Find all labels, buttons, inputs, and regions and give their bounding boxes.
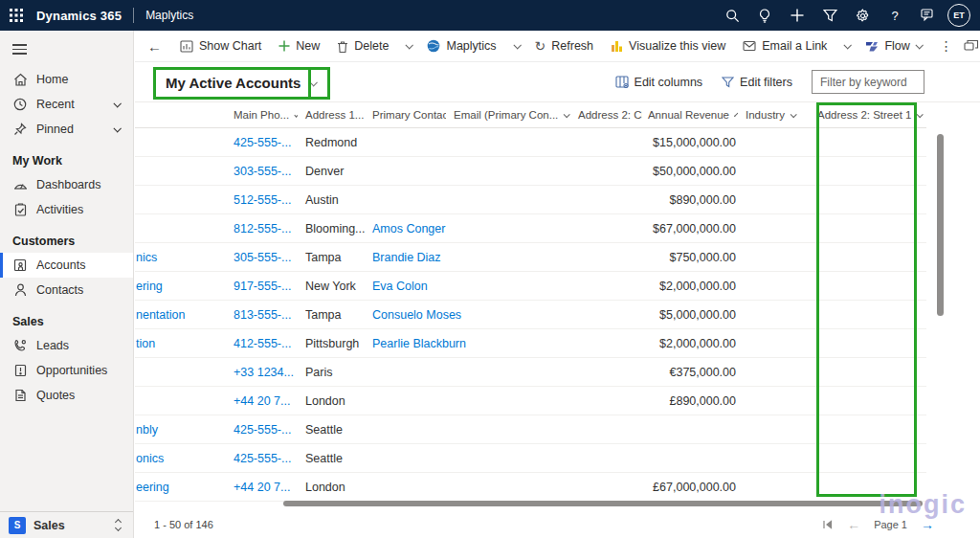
edit-filters-button[interactable]: Edit filters <box>722 76 792 89</box>
table-row[interactable]: 512-555-...Austin$890,000.00 <box>135 186 926 214</box>
horizontal-scrollbar[interactable] <box>283 501 923 506</box>
sidebar-item-contacts[interactable]: Contacts <box>0 278 133 303</box>
back-arrow-icon[interactable]: ← <box>135 38 171 55</box>
column-header-address1-city[interactable]: Address 1... <box>298 102 365 127</box>
column-sort-chevron-icon[interactable] <box>917 111 924 118</box>
table-row[interactable]: nbly425-555-...Seattle <box>135 415 926 444</box>
cell-name[interactable]: onics <box>135 452 226 465</box>
previous-page-icon[interactable]: ← <box>847 517 860 532</box>
column-header-contact[interactable]: Primary Contact <box>365 102 446 127</box>
sidebar-item-quotes[interactable]: Quotes <box>0 383 133 408</box>
chevron-down-icon[interactable] <box>113 124 121 132</box>
cell-name[interactable]: tion <box>135 337 226 350</box>
sidebar-item-home[interactable]: Home <box>0 67 133 92</box>
table-row[interactable]: 425-555-...Redmond$15,000,000.00 <box>135 128 926 157</box>
table-row[interactable]: eering+44 20 7...London£67,000,000.00 <box>135 473 926 502</box>
sidebar-item-recent[interactable]: Recent <box>0 92 133 117</box>
column-header-email[interactable]: Email (Primary Con... <box>446 102 570 127</box>
sidebar-item-pinned[interactable]: Pinned <box>0 117 133 142</box>
cell-phone[interactable]: +44 20 7... <box>226 481 298 494</box>
sitemap-hamburger-icon[interactable] <box>0 31 133 61</box>
refresh-button[interactable]: ↻ Refresh <box>526 31 603 61</box>
column-sort-chevron-icon[interactable] <box>295 112 298 118</box>
cell-phone[interactable]: 425-555-... <box>226 452 298 465</box>
sidebar-item-opportunities[interactable]: Opportunities <box>0 358 133 383</box>
cell-phone[interactable]: +44 20 7... <box>226 394 298 408</box>
table-row[interactable]: 303-555-...Denver$50,000,000.00 <box>135 157 926 186</box>
cell-name[interactable]: nbly <box>135 423 226 437</box>
user-avatar[interactable]: ET <box>947 4 970 27</box>
app-name[interactable]: Maplytics <box>145 9 193 22</box>
cell-contact[interactable]: Consuelo Moses <box>365 308 446 322</box>
first-page-icon[interactable] <box>822 520 834 529</box>
cell-phone[interactable]: 412-555-... <box>226 337 298 350</box>
table-row[interactable]: nentation813-555-...TampaConsuelo Moses$… <box>135 301 926 329</box>
cell-contact[interactable]: Amos Conger <box>365 222 446 235</box>
new-button[interactable]: New <box>270 31 328 61</box>
cell-phone[interactable]: 303-555-... <box>226 165 298 178</box>
feedback-chat-icon[interactable] <box>911 0 944 31</box>
cell-revenue: £890,000.00 <box>642 394 738 408</box>
cell-phone[interactable]: 425-555-... <box>226 136 298 149</box>
column-header-industry[interactable]: Industry <box>738 102 810 127</box>
sidebar-item-activities[interactable]: Activities <box>0 197 133 222</box>
cell-phone[interactable]: 512-555-... <box>226 193 298 207</box>
lightbulb-icon[interactable] <box>748 0 781 31</box>
cell-phone[interactable]: 305-555-... <box>226 251 298 264</box>
cell-address1-city: Redmond <box>298 136 365 149</box>
email-split-chevron-icon[interactable] <box>837 43 857 49</box>
help-icon[interactable]: ? <box>879 0 911 31</box>
column-sort-chevron-icon[interactable] <box>564 111 570 118</box>
cell-address1-city: Seattle <box>298 452 365 465</box>
column-header-revenue[interactable]: Annual Revenue <box>642 102 738 127</box>
waffle-menu-icon[interactable] <box>0 0 33 31</box>
table-row[interactable]: onics425-555-...Seattle <box>135 444 926 473</box>
cell-phone[interactable]: 812-555-... <box>226 222 298 235</box>
sidebar-item-accounts[interactable]: Accounts <box>0 253 133 278</box>
table-row[interactable]: tion412-555-...PittsburghPearlie Blackbu… <box>135 329 926 358</box>
maplytics-split-chevron-icon[interactable] <box>507 43 526 49</box>
cell-phone[interactable]: +33 1234... <box>226 366 298 379</box>
more-commands-icon[interactable]: ⋮ <box>930 38 964 54</box>
delete-button[interactable]: Delete <box>328 31 397 61</box>
flow-button[interactable]: Flow <box>857 31 929 61</box>
table-row[interactable]: nics305-555-...TampaBrandie Diaz$750,000… <box>135 243 926 272</box>
cell-name[interactable]: ering <box>135 280 226 293</box>
show-chart-button[interactable]: Show Chart <box>171 31 270 61</box>
chevron-down-icon[interactable] <box>113 100 121 107</box>
cell-name[interactable]: nics <box>135 251 226 264</box>
cell-phone[interactable]: 425-555-... <box>226 423 298 437</box>
email-link-button[interactable]: Email a Link <box>734 31 835 61</box>
search-icon[interactable] <box>716 0 748 31</box>
sidebar-item-leads[interactable]: Leads <box>0 333 133 358</box>
cell-phone[interactable]: 917-555-... <box>226 280 298 293</box>
area-switch-chevrons-icon[interactable] <box>116 520 121 530</box>
column-header-address2-city[interactable]: Address 2: City <box>570 102 642 127</box>
maplytics-button[interactable]: Maplytics <box>418 31 504 61</box>
table-row[interactable]: ering917-555-...New YorkEva Colon$2,000,… <box>135 272 926 301</box>
table-row[interactable]: +33 1234...Paris€375,000.00 <box>135 358 926 387</box>
vertical-scrollbar[interactable] <box>937 134 944 316</box>
cell-name[interactable]: eering <box>135 481 226 494</box>
table-row[interactable]: +44 20 7...London£890,000.00 <box>135 387 926 415</box>
delete-split-chevron-icon[interactable] <box>399 43 418 49</box>
area-switcher[interactable]: S Sales <box>0 511 133 538</box>
column-sort-chevron-icon[interactable] <box>791 111 797 118</box>
cell-contact[interactable]: Pearlie Blackburn <box>365 337 446 350</box>
sidebar-item-dashboards[interactable]: Dashboards <box>0 172 133 197</box>
add-icon[interactable] <box>781 0 813 31</box>
edit-columns-button[interactable]: Edit columns <box>615 76 703 89</box>
cell-contact[interactable]: Brandie Diaz <box>365 251 446 264</box>
table-row[interactable]: 812-555-...Blooming...Amos Conger$67,000… <box>135 214 926 243</box>
view-selector[interactable]: My Active Accounts <box>153 67 330 100</box>
visualize-view-button[interactable]: Visualize this view <box>602 31 734 61</box>
cell-name[interactable]: nentation <box>135 308 226 322</box>
keyword-filter-input[interactable] <box>812 70 924 94</box>
column-header-phone[interactable]: Main Pho... <box>226 102 298 127</box>
cell-contact[interactable]: Eva Colon <box>365 280 446 293</box>
cell-phone[interactable]: 813-555-... <box>226 308 298 322</box>
settings-gear-icon[interactable] <box>846 0 879 31</box>
column-header-address2-street[interactable]: Address 2: Street 1 <box>810 102 924 127</box>
side-pane-icon[interactable] <box>964 39 979 53</box>
filter-icon[interactable] <box>813 0 846 31</box>
